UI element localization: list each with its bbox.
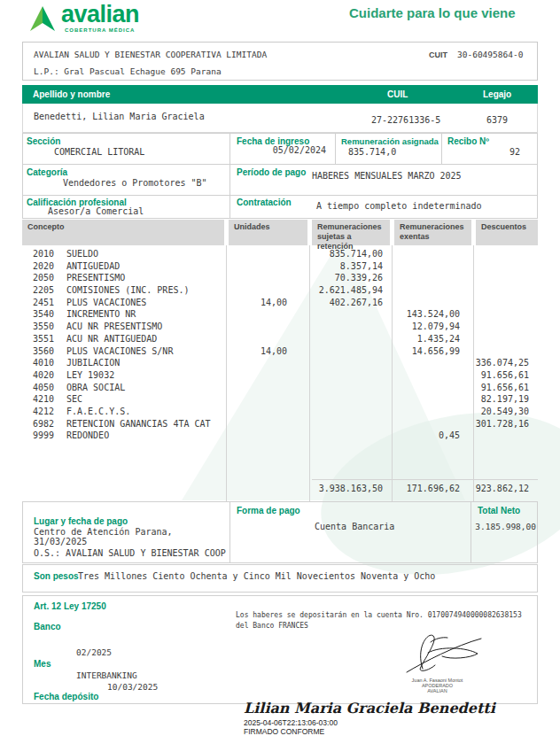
forma-pago-value: Cuenta Bancaria bbox=[315, 522, 394, 531]
employee-row: Benedetti, Lilian Maria Graciela 27-2276… bbox=[22, 104, 538, 133]
son-pesos-text: Tres Millones Ciento Ochenta y Cinco Mil… bbox=[78, 571, 435, 581]
seccion-value: COMERCIAL LITORAL bbox=[54, 147, 144, 157]
cuit-value: 30-60495864-0 bbox=[457, 50, 523, 59]
brand-logo: avalian COBERTURA MÉDICA bbox=[29, 3, 206, 40]
lugar-fecha-cell: Lugar y fecha de pago Centro de Atención… bbox=[23, 502, 229, 562]
calificacion-cell: Calificación profesional Asesor/a Comerc… bbox=[23, 196, 229, 218]
medio-pago-value: INTERBANKING bbox=[76, 670, 137, 680]
son-pesos-label: Son pesos bbox=[34, 571, 79, 581]
contratacion-label: Contratación bbox=[237, 198, 292, 207]
employee-cuil: 27-22761336-5 bbox=[371, 115, 440, 125]
contratacion-value: A tiempo completo indeterminado bbox=[316, 201, 482, 211]
apoderado-signature-block: Juan A. Fasaoni Montot APODERADO AVALIAN bbox=[373, 630, 502, 693]
employee-signature-timestamp: 2025-04-06T22:13:06-03:00 bbox=[244, 718, 338, 727]
footer-box: Art. 12 Ley 17250 Banco Los haberes se d… bbox=[22, 595, 538, 704]
calificacion-value: Asesor/a Comercial bbox=[48, 206, 144, 216]
mes-label: Mes bbox=[34, 659, 51, 669]
banco-label: Banco bbox=[34, 622, 61, 631]
total-exempt: 171.696,62 bbox=[393, 483, 474, 495]
total-deductions: 923.862,12 bbox=[474, 483, 538, 495]
recibo-value: 92 bbox=[509, 147, 520, 157]
lugar-fecha-label: Lugar y fecha de pago bbox=[34, 516, 128, 526]
fecha-ingreso-cell: Fecha de ingreso 05/02/2024 bbox=[229, 134, 335, 164]
apoderado-org: AVALIAN bbox=[373, 688, 502, 693]
employee-signature-status: FIRMADO CONFORME bbox=[244, 727, 324, 736]
payment-row: Lugar y fecha de pago Centro de Atención… bbox=[22, 501, 538, 563]
cuit-label: CUIT bbox=[429, 50, 447, 59]
table-row: 3560PLUS VACACIONES S/NR14,0014.656,99 bbox=[22, 345, 538, 358]
col-header-unidades: Unidades bbox=[229, 220, 307, 245]
cuil-header-label: CUIL bbox=[387, 89, 408, 99]
categoria-label: Categoría bbox=[27, 167, 67, 177]
recibo-cell: Recibo Nº 92 bbox=[441, 134, 539, 164]
lugar-fecha-value: Centro de Atención Parana, 31/03/2025 bbox=[34, 527, 229, 546]
payslip-page: avalian COBERTURA MÉDICA Cuidarte para l… bbox=[0, 0, 560, 736]
os-line: O.S.: AVALIAN SALUD Y BIENESTAR COOP bbox=[34, 548, 226, 558]
fecha-deposito-label: Fecha depósito bbox=[34, 692, 98, 701]
col-header-descuentos: Descuentos bbox=[476, 220, 538, 245]
contratacion-cell: Contratación A tiempo completo indetermi… bbox=[229, 196, 539, 218]
totals-row: 3.938.163,50 171.696,62 923.862,12 bbox=[22, 483, 538, 495]
remuneracion-cell: Remuneración asignada 835.714,0 bbox=[335, 134, 441, 164]
forma-pago-cell: Forma de pago Cuenta Bancaria bbox=[229, 502, 471, 562]
periodo-cell: Período de pago HABERES MENSUALES MARZO … bbox=[229, 165, 539, 195]
name-header-label: Apellido y nombre bbox=[33, 89, 110, 99]
fecha-deposito-value: 10/03/2025 bbox=[107, 682, 158, 692]
table-row: 6982RETENCION GANANCIAS 4TA CAT301.728,1… bbox=[22, 418, 538, 430]
table-row: 4212F.A.E.C.Y.S.20.549,30 bbox=[22, 406, 538, 418]
table-row: 3551ACU NR ANTIGUEDAD1.435,24 bbox=[22, 333, 538, 345]
company-address: L.P.: Gral Pascual Echague 695 Parana bbox=[34, 66, 222, 76]
employee-name: Benedetti, Lilian Maria Graciela bbox=[34, 112, 205, 121]
periodo-value: HABERES MENSUALES MARZO 2025 bbox=[312, 171, 462, 181]
table-header: Concepto Unidades Remuneraciones sujetas… bbox=[22, 220, 538, 245]
employee-header-bar: Apellido y nombre CUIL Legajo bbox=[22, 85, 538, 104]
company-box: AVALIAN SALUD Y BIENESTAR COOPERATIVA LI… bbox=[22, 42, 538, 81]
table-row: 2451PLUS VACACIONES14,00402.267,16 bbox=[22, 297, 538, 309]
son-pesos-row: Son pesos Tres Millones Ciento Ochenta y… bbox=[22, 564, 538, 593]
seccion-cell: Sección COMERCIAL LITORAL bbox=[23, 134, 229, 164]
table-row: 3540INCREMENTO NR143.524,00 bbox=[22, 308, 538, 321]
table-row: 2205COMISIONES (INC. PRES.)2.621.485,94 bbox=[22, 284, 538, 297]
total-taxable: 3.938.163,50 bbox=[310, 483, 393, 495]
seccion-label: Sección bbox=[27, 136, 60, 146]
art-ley-label: Art. 12 Ley 17250 bbox=[34, 601, 106, 611]
table-body: 2010SUELDO835.714,002020ANTIGUEDAD8.357,… bbox=[22, 248, 538, 442]
forma-pago-label: Forma de pago bbox=[237, 506, 300, 515]
table-row: 3550ACU NR PRESENTISMO12.079,94 bbox=[22, 321, 538, 333]
banco-text: Los haberes se depositarán en la cuenta … bbox=[236, 610, 522, 631]
fecha-ingreso-value: 05/02/2024 bbox=[273, 145, 326, 155]
table-row: 4020LEY 1903291.656,61 bbox=[22, 369, 538, 382]
table-row: 4010JUBILACION336.074,25 bbox=[22, 357, 538, 369]
total-neto-label: Total Neto bbox=[478, 506, 520, 515]
total-neto-value: 3.185.998,00 bbox=[475, 522, 536, 531]
col-header-concepto: Concepto bbox=[22, 220, 224, 245]
periodo-label: Período de pago bbox=[237, 167, 306, 177]
remuneracion-value: 835.714,0 bbox=[348, 147, 396, 157]
brand-slogan: Cuidarte para lo que viene bbox=[349, 5, 516, 20]
seccion-row: Sección COMERCIAL LITORAL Fecha de ingre… bbox=[22, 133, 538, 165]
apoderado-signature-icon bbox=[389, 630, 486, 676]
logo-tagline: COBERTURA MÉDICA bbox=[65, 27, 135, 33]
employee-legajo: 6379 bbox=[486, 115, 508, 125]
company-name: AVALIAN SALUD Y BIENESTAR COOPERATIVA LI… bbox=[34, 50, 267, 59]
col-header-remun-exentas: Remuneraciones exentas bbox=[394, 220, 471, 245]
categoria-value: Vendedores o Promotores "B" bbox=[63, 178, 207, 188]
table-row: 9999REDONDEO0,45 bbox=[22, 430, 538, 442]
avalian-logo-icon bbox=[29, 5, 56, 34]
remuneracion-label: Remuneración asignada bbox=[341, 136, 439, 146]
legajo-header-label: Legajo bbox=[483, 89, 511, 99]
totals-rule bbox=[312, 479, 538, 480]
table-row: 4050OBRA SOCIAL91.656,61 bbox=[22, 382, 538, 394]
categoria-row: Categoría Vendedores o Promotores "B" Pe… bbox=[22, 165, 538, 196]
mes-value: 02/2025 bbox=[76, 647, 112, 657]
logo-text: avalian bbox=[61, 1, 139, 28]
table-row: 4210SEC82.197,19 bbox=[22, 393, 538, 406]
col-header-remun-sujetas: Remuneraciones sujetas a retención bbox=[312, 220, 390, 245]
calificacion-row: Calificación profesional Asesor/a Comerc… bbox=[22, 196, 538, 219]
employee-signature-name: Lilian Maria Graciela Benedetti bbox=[244, 700, 495, 717]
table-row: 2020ANTIGUEDAD8.357,14 bbox=[22, 260, 538, 273]
table-row: 2050PRESENTISMO70.339,26 bbox=[22, 272, 538, 284]
total-neto-cell: Total Neto 3.185.998,00 bbox=[471, 502, 539, 562]
categoria-cell: Categoría Vendedores o Promotores "B" bbox=[23, 165, 229, 195]
recibo-label: Recibo Nº bbox=[447, 136, 489, 146]
